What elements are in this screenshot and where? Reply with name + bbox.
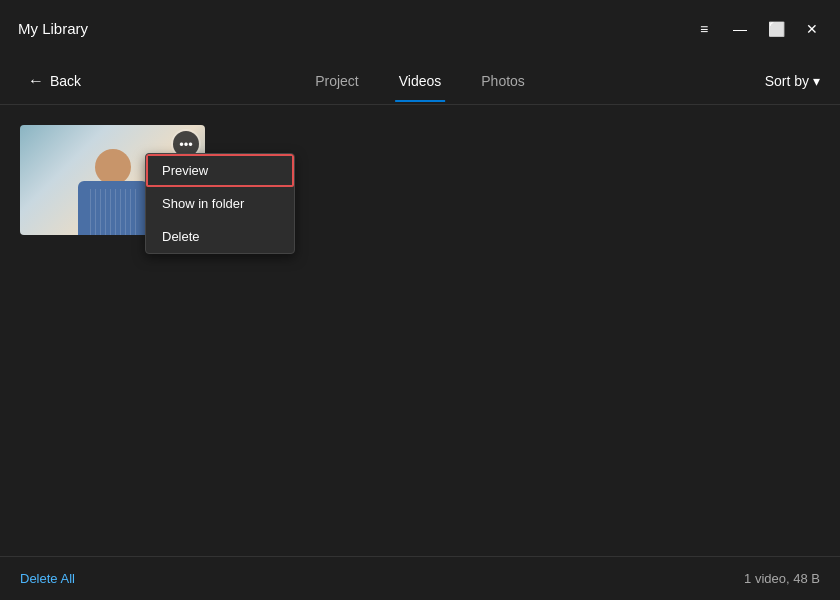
nav-bar: ← Back Project Videos Photos Sort by ▾ [0, 57, 840, 105]
title-bar: My Library ≡ — ⬜ ✕ [0, 0, 840, 57]
minimize-button[interactable]: — [724, 13, 756, 45]
restore-button[interactable]: ⬜ [760, 13, 792, 45]
status-text: 1 video, 48 B [744, 571, 820, 586]
preview-menu-item[interactable]: Preview [146, 154, 294, 187]
video-item: ••• Preview Show in folder Delete [20, 125, 205, 235]
context-menu: Preview Show in folder Delete [145, 153, 295, 254]
main-content: ••• Preview Show in folder Delete [0, 105, 840, 556]
person-body [78, 181, 148, 235]
context-menu-item-preview: Preview [146, 154, 294, 187]
chevron-down-icon: ▾ [813, 73, 820, 89]
tab-photos[interactable]: Photos [477, 61, 529, 101]
window-controls: ≡ — ⬜ ✕ [688, 13, 828, 45]
tab-videos[interactable]: Videos [395, 61, 446, 101]
hamburger-button[interactable]: ≡ [688, 13, 720, 45]
thumbnail-person [68, 145, 158, 235]
tabs: Project Videos Photos [311, 61, 529, 101]
back-arrow-icon: ← [28, 72, 44, 90]
delete-menu-item[interactable]: Delete [146, 220, 294, 253]
back-button[interactable]: ← Back [20, 68, 89, 94]
sort-button[interactable]: Sort by ▾ [765, 73, 820, 89]
ellipsis-icon: ••• [179, 137, 193, 152]
back-label: Back [50, 73, 81, 89]
close-button[interactable]: ✕ [796, 13, 828, 45]
person-head [95, 149, 131, 185]
show-in-folder-menu-item[interactable]: Show in folder [146, 187, 294, 220]
shirt-pattern [86, 189, 140, 235]
tab-project[interactable]: Project [311, 61, 363, 101]
bottom-bar: Delete All 1 video, 48 B [0, 556, 840, 600]
sort-label: Sort by [765, 73, 809, 89]
app-title: My Library [18, 20, 88, 37]
delete-all-button[interactable]: Delete All [20, 571, 75, 586]
